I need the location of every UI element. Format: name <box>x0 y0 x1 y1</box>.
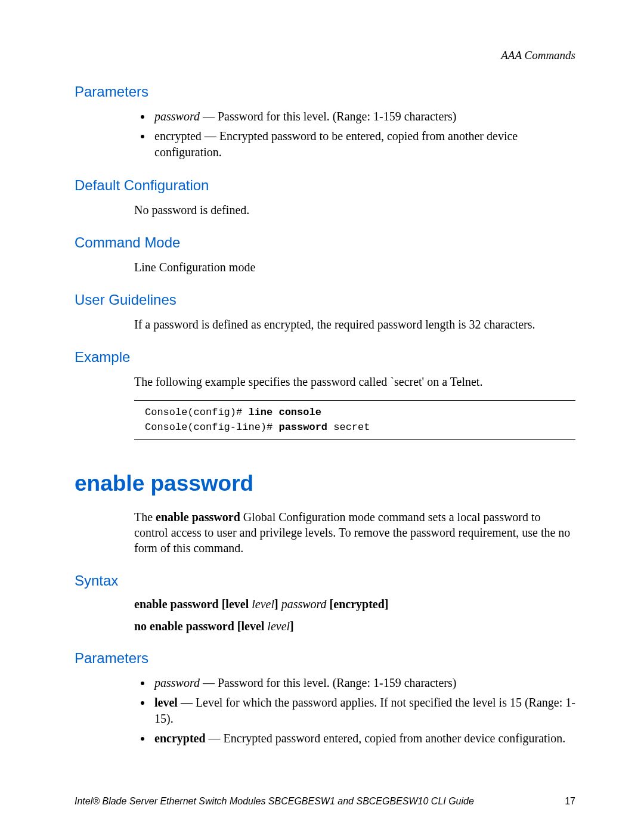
heading-default-config: Default Configuration <box>75 177 575 194</box>
default-config-body: No password is defined. <box>134 202 575 218</box>
syntax-token: level <box>252 597 274 611</box>
page: AAA Commands Parameters password — Passw… <box>0 0 644 833</box>
command-mode-body: Line Configuration mode <box>134 259 575 275</box>
code-prompt: Console(config-line)# <box>145 422 278 433</box>
heading-example: Example <box>75 349 575 366</box>
parameters-list-2: password — Password for this level. (Ran… <box>134 675 575 747</box>
param-name: encrypted <box>154 129 202 143</box>
intro-pre: The <box>134 510 156 524</box>
page-footer: Intel® Blade Server Ethernet Switch Modu… <box>75 796 575 807</box>
heading-parameters-2: Parameters <box>75 650 575 667</box>
page-number: 17 <box>565 796 575 807</box>
parameters-list: password — Password for this level. (Ran… <box>134 109 575 160</box>
heading-command-mode: Command Mode <box>75 234 575 251</box>
syntax-line: no enable password [level level] <box>134 620 575 633</box>
list-item: password — Password for this level. (Ran… <box>152 675 575 691</box>
syntax-token: enable password <box>134 597 222 611</box>
heading-syntax: Syntax <box>75 572 575 589</box>
user-guidelines-body: If a password is defined as encrypted, t… <box>134 317 575 332</box>
param-desc: — Encrypted password to be entered, copi… <box>154 129 518 159</box>
syntax-token: ] <box>290 620 294 633</box>
command-title: enable password <box>75 471 575 496</box>
syntax-token: level <box>267 620 290 633</box>
footer-title: Intel® Blade Server Ethernet Switch Modu… <box>75 796 474 807</box>
list-item: encrypted — Encrypted password entered, … <box>152 730 575 747</box>
page-content: Parameters password — Password for this … <box>75 83 575 747</box>
syntax-token: [level <box>237 620 268 633</box>
code-command: password <box>278 422 327 433</box>
heading-user-guidelines: User Guidelines <box>75 292 575 308</box>
syntax-token: ] <box>274 597 281 611</box>
param-desc: — Password for this level. (Range: 1-159… <box>200 676 456 689</box>
chapter-header: AAA Commands <box>501 49 575 62</box>
syntax-line: enable password [level level] password [… <box>134 597 575 611</box>
code-separator-bottom <box>134 439 575 440</box>
param-desc: — Password for this level. (Range: 1-159… <box>200 110 456 123</box>
code-separator-top <box>134 400 575 401</box>
param-desc: — Encrypted password entered, copied fro… <box>206 732 566 745</box>
param-name: password <box>154 676 200 689</box>
example-intro: The following example specifies the pass… <box>134 374 575 389</box>
code-arg: secret <box>327 422 370 433</box>
list-item: password — Password for this level. (Ran… <box>152 109 575 125</box>
intro-cmd: enable password <box>156 510 240 524</box>
param-name: encrypted <box>154 732 206 745</box>
syntax-token: no enable password <box>134 620 237 633</box>
param-name: level <box>154 696 178 709</box>
list-item: level — Level for which the password app… <box>152 695 575 727</box>
heading-parameters: Parameters <box>75 83 575 100</box>
param-name: password <box>154 110 200 123</box>
code-prompt: Console(config)# <box>145 407 248 418</box>
code-command: line console <box>248 407 321 418</box>
syntax-token: [encrypted] <box>330 597 389 611</box>
command-intro: The enable password Global Configuration… <box>134 509 575 556</box>
param-desc: — Level for which the password applies. … <box>154 696 575 725</box>
list-item: encrypted — Encrypted password to be ent… <box>152 128 575 160</box>
syntax-token: [level <box>222 597 252 611</box>
syntax-token: password <box>281 597 330 611</box>
code-example: Console(config)# line console Console(co… <box>145 405 575 435</box>
